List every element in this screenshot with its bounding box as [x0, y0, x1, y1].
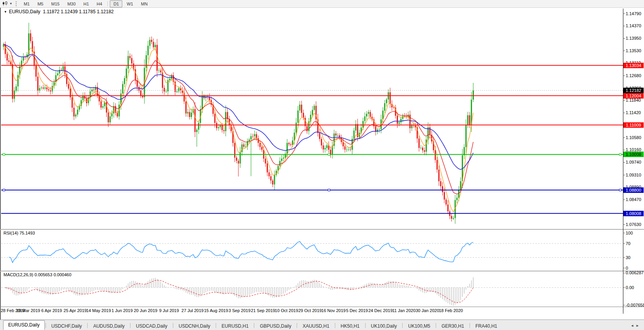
tab-usdchf-daily[interactable]: USDCHF,Daily	[47, 322, 87, 330]
line-drag-handle[interactable]	[3, 189, 5, 191]
tab-uk100-m5[interactable]: UK100,M5	[403, 322, 435, 330]
timeframe-button-w1[interactable]: W1	[123, 0, 137, 7]
timeframe-button-m1[interactable]: M1	[20, 0, 33, 7]
toolbar-separator	[107, 1, 108, 6]
line-drag-handle[interactable]	[619, 154, 621, 155]
toolbar: ▼ M1M5M15M30H1H4D1W1MN	[0, 0, 644, 8]
tab-divider	[87, 323, 88, 328]
line-drag-handle[interactable]	[619, 189, 621, 191]
line-drag-handle[interactable]	[3, 154, 5, 155]
tab-divider	[216, 323, 216, 328]
tab-xauusd-h1[interactable]: XAUUSD,H1	[298, 322, 334, 330]
tab-scroll-right-icon[interactable]: ▸	[636, 323, 639, 328]
tab-eurusd-h1[interactable]: EURUSD,H1	[217, 322, 253, 330]
timeframe-button-h1[interactable]: H1	[80, 0, 92, 7]
tab-divider	[436, 323, 436, 328]
tab-scroll-arrows: ◂ ▸	[631, 323, 639, 328]
tab-divider	[470, 323, 470, 328]
tab-gbpusd-daily[interactable]: GBPUSD,Daily	[255, 322, 296, 330]
tab-usdcnh-daily[interactable]: USDCNH,Daily	[174, 322, 215, 330]
chart-tabs: EURUSD,DailyUSDCHF,DailyAUDUSD,DailyUSDC…	[0, 320, 502, 330]
tab-usdcad-daily[interactable]: USDCAD,Daily	[131, 322, 172, 330]
tab-divider	[130, 323, 130, 328]
tab-divider	[297, 323, 297, 328]
macd-label: MACD(12,26,9) 0.005653 0.000460	[4, 272, 71, 277]
timeframe-button-group: M1M5M15M30H1H4D1W1MN	[20, 0, 151, 7]
symbol-dropdown-icon[interactable]: ▼	[4, 10, 7, 14]
tab-hk50-h1[interactable]: HK50,H1	[336, 322, 364, 330]
tab-divider	[173, 323, 173, 328]
timeframe-button-mn[interactable]: MN	[137, 0, 151, 7]
candles-layer	[3, 23, 474, 224]
timeframe-button-m5[interactable]: M5	[34, 0, 47, 7]
macd-signal-line	[5, 280, 473, 303]
tab-divider	[402, 323, 403, 328]
chart-ohlc: 1.11872 1.12439 1.11785 1.12182	[43, 9, 114, 14]
tab-ger30-h1[interactable]: GER30,H1	[437, 322, 469, 330]
chart-canvas[interactable]	[0, 0, 644, 319]
tab-uk100-daily[interactable]: UK100,Daily	[366, 322, 402, 330]
chevron-down-icon[interactable]: ▼	[9, 2, 12, 5]
timeframe-button-d1[interactable]: D1	[110, 0, 122, 7]
timeframe-button-m30[interactable]: M30	[64, 0, 79, 7]
chart-symbol: EURUSD,Daily	[9, 9, 40, 14]
tab-divider	[335, 323, 335, 328]
toolbar-grip-handle[interactable]	[16, 1, 18, 6]
tab-eurusd-daily[interactable]: EURUSD,Daily	[3, 320, 45, 330]
tab-scroll-left-icon[interactable]: ◂	[631, 323, 633, 328]
line-drag-handle[interactable]	[328, 154, 330, 155]
rsi-label: RSI(14) 75.1493	[4, 231, 35, 235]
rsi-line	[9, 242, 473, 263]
chart-type-icon[interactable]	[2, 1, 8, 6]
macd-histogram	[5, 277, 473, 306]
chart-tab-bar: EURUSD,DailyUSDCHF,DailyAUDUSD,DailyUSDC…	[0, 319, 644, 330]
tab-fra40-h1[interactable]: FRA40,H1	[471, 322, 502, 330]
tab-divider	[254, 323, 254, 328]
tab-divider	[365, 323, 366, 328]
line-drag-handle[interactable]	[328, 189, 330, 191]
timeframe-button-h4[interactable]: H4	[93, 0, 106, 7]
chart-title: ▼EURUSD,Daily 1.11872 1.12439 1.11785 1.…	[4, 9, 114, 14]
tab-divider	[46, 323, 46, 328]
timeframe-button-m15[interactable]: M15	[48, 0, 63, 7]
ma-fast-line	[4, 44, 473, 212]
tab-audusd-daily[interactable]: AUDUSD,Daily	[88, 322, 129, 330]
